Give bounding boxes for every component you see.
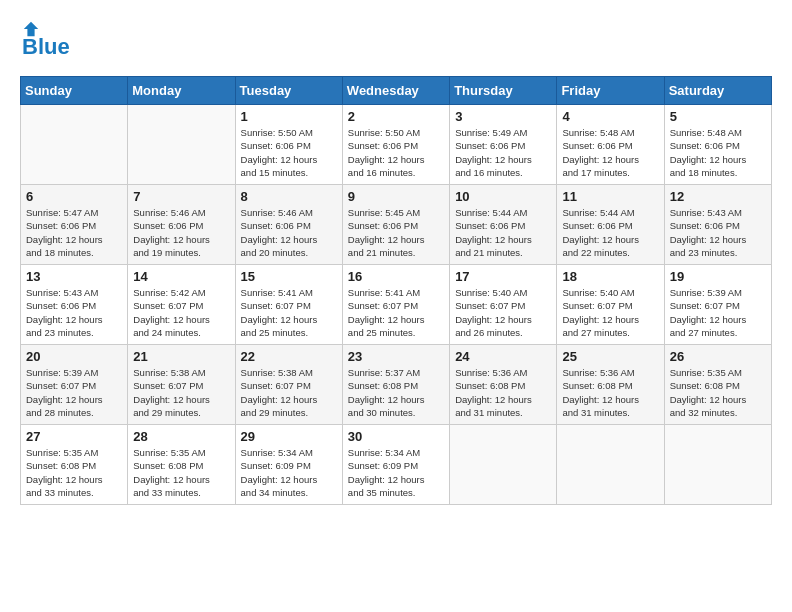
calendar-cell: 10Sunrise: 5:44 AM Sunset: 6:06 PM Dayli…	[450, 185, 557, 265]
day-number: 11	[562, 189, 658, 204]
day-number: 14	[133, 269, 229, 284]
day-info: Sunrise: 5:39 AM Sunset: 6:07 PM Dayligh…	[26, 366, 122, 419]
logo: Blue	[20, 20, 70, 60]
calendar-body: 1Sunrise: 5:50 AM Sunset: 6:06 PM Daylig…	[21, 105, 772, 505]
day-info: Sunrise: 5:38 AM Sunset: 6:07 PM Dayligh…	[133, 366, 229, 419]
day-info: Sunrise: 5:39 AM Sunset: 6:07 PM Dayligh…	[670, 286, 766, 339]
calendar-cell: 11Sunrise: 5:44 AM Sunset: 6:06 PM Dayli…	[557, 185, 664, 265]
day-info: Sunrise: 5:45 AM Sunset: 6:06 PM Dayligh…	[348, 206, 444, 259]
day-info: Sunrise: 5:43 AM Sunset: 6:06 PM Dayligh…	[26, 286, 122, 339]
logo-blue-text: Blue	[22, 34, 70, 60]
day-number: 9	[348, 189, 444, 204]
day-info: Sunrise: 5:48 AM Sunset: 6:06 PM Dayligh…	[670, 126, 766, 179]
day-number: 25	[562, 349, 658, 364]
day-number: 27	[26, 429, 122, 444]
calendar-cell	[557, 425, 664, 505]
calendar-cell: 22Sunrise: 5:38 AM Sunset: 6:07 PM Dayli…	[235, 345, 342, 425]
calendar-cell: 25Sunrise: 5:36 AM Sunset: 6:08 PM Dayli…	[557, 345, 664, 425]
day-number: 17	[455, 269, 551, 284]
calendar-cell: 14Sunrise: 5:42 AM Sunset: 6:07 PM Dayli…	[128, 265, 235, 345]
calendar-cell: 2Sunrise: 5:50 AM Sunset: 6:06 PM Daylig…	[342, 105, 449, 185]
calendar-cell: 15Sunrise: 5:41 AM Sunset: 6:07 PM Dayli…	[235, 265, 342, 345]
day-number: 8	[241, 189, 337, 204]
calendar-cell: 5Sunrise: 5:48 AM Sunset: 6:06 PM Daylig…	[664, 105, 771, 185]
day-number: 26	[670, 349, 766, 364]
day-info: Sunrise: 5:37 AM Sunset: 6:08 PM Dayligh…	[348, 366, 444, 419]
day-info: Sunrise: 5:34 AM Sunset: 6:09 PM Dayligh…	[241, 446, 337, 499]
calendar-cell: 30Sunrise: 5:34 AM Sunset: 6:09 PM Dayli…	[342, 425, 449, 505]
day-info: Sunrise: 5:43 AM Sunset: 6:06 PM Dayligh…	[670, 206, 766, 259]
calendar-cell: 9Sunrise: 5:45 AM Sunset: 6:06 PM Daylig…	[342, 185, 449, 265]
calendar-cell: 20Sunrise: 5:39 AM Sunset: 6:07 PM Dayli…	[21, 345, 128, 425]
calendar-cell	[450, 425, 557, 505]
day-info: Sunrise: 5:35 AM Sunset: 6:08 PM Dayligh…	[26, 446, 122, 499]
day-info: Sunrise: 5:50 AM Sunset: 6:06 PM Dayligh…	[241, 126, 337, 179]
calendar-cell: 1Sunrise: 5:50 AM Sunset: 6:06 PM Daylig…	[235, 105, 342, 185]
day-info: Sunrise: 5:40 AM Sunset: 6:07 PM Dayligh…	[562, 286, 658, 339]
day-info: Sunrise: 5:44 AM Sunset: 6:06 PM Dayligh…	[455, 206, 551, 259]
day-number: 19	[670, 269, 766, 284]
calendar-week-row: 1Sunrise: 5:50 AM Sunset: 6:06 PM Daylig…	[21, 105, 772, 185]
day-info: Sunrise: 5:41 AM Sunset: 6:07 PM Dayligh…	[348, 286, 444, 339]
day-info: Sunrise: 5:42 AM Sunset: 6:07 PM Dayligh…	[133, 286, 229, 339]
day-number: 23	[348, 349, 444, 364]
day-info: Sunrise: 5:35 AM Sunset: 6:08 PM Dayligh…	[670, 366, 766, 419]
day-number: 24	[455, 349, 551, 364]
day-info: Sunrise: 5:36 AM Sunset: 6:08 PM Dayligh…	[455, 366, 551, 419]
day-number: 2	[348, 109, 444, 124]
calendar-cell: 21Sunrise: 5:38 AM Sunset: 6:07 PM Dayli…	[128, 345, 235, 425]
calendar-day-header: Monday	[128, 77, 235, 105]
calendar-cell: 27Sunrise: 5:35 AM Sunset: 6:08 PM Dayli…	[21, 425, 128, 505]
calendar-cell	[128, 105, 235, 185]
page-header: Blue	[20, 20, 772, 60]
calendar-cell: 16Sunrise: 5:41 AM Sunset: 6:07 PM Dayli…	[342, 265, 449, 345]
calendar-day-header: Wednesday	[342, 77, 449, 105]
day-number: 15	[241, 269, 337, 284]
day-number: 18	[562, 269, 658, 284]
day-number: 20	[26, 349, 122, 364]
day-info: Sunrise: 5:35 AM Sunset: 6:08 PM Dayligh…	[133, 446, 229, 499]
day-number: 3	[455, 109, 551, 124]
calendar-cell: 13Sunrise: 5:43 AM Sunset: 6:06 PM Dayli…	[21, 265, 128, 345]
day-info: Sunrise: 5:50 AM Sunset: 6:06 PM Dayligh…	[348, 126, 444, 179]
calendar-cell	[21, 105, 128, 185]
calendar-day-header: Saturday	[664, 77, 771, 105]
day-number: 7	[133, 189, 229, 204]
day-info: Sunrise: 5:46 AM Sunset: 6:06 PM Dayligh…	[241, 206, 337, 259]
calendar-week-row: 13Sunrise: 5:43 AM Sunset: 6:06 PM Dayli…	[21, 265, 772, 345]
calendar-cell: 12Sunrise: 5:43 AM Sunset: 6:06 PM Dayli…	[664, 185, 771, 265]
day-number: 28	[133, 429, 229, 444]
day-info: Sunrise: 5:34 AM Sunset: 6:09 PM Dayligh…	[348, 446, 444, 499]
day-info: Sunrise: 5:41 AM Sunset: 6:07 PM Dayligh…	[241, 286, 337, 339]
calendar-cell	[664, 425, 771, 505]
day-info: Sunrise: 5:49 AM Sunset: 6:06 PM Dayligh…	[455, 126, 551, 179]
calendar-cell: 17Sunrise: 5:40 AM Sunset: 6:07 PM Dayli…	[450, 265, 557, 345]
calendar-cell: 26Sunrise: 5:35 AM Sunset: 6:08 PM Dayli…	[664, 345, 771, 425]
day-info: Sunrise: 5:36 AM Sunset: 6:08 PM Dayligh…	[562, 366, 658, 419]
day-number: 30	[348, 429, 444, 444]
calendar-cell: 29Sunrise: 5:34 AM Sunset: 6:09 PM Dayli…	[235, 425, 342, 505]
calendar-cell: 28Sunrise: 5:35 AM Sunset: 6:08 PM Dayli…	[128, 425, 235, 505]
calendar-cell: 6Sunrise: 5:47 AM Sunset: 6:06 PM Daylig…	[21, 185, 128, 265]
calendar-cell: 19Sunrise: 5:39 AM Sunset: 6:07 PM Dayli…	[664, 265, 771, 345]
calendar-day-header: Thursday	[450, 77, 557, 105]
calendar-day-header: Tuesday	[235, 77, 342, 105]
calendar-cell: 7Sunrise: 5:46 AM Sunset: 6:06 PM Daylig…	[128, 185, 235, 265]
day-number: 4	[562, 109, 658, 124]
day-number: 5	[670, 109, 766, 124]
day-info: Sunrise: 5:46 AM Sunset: 6:06 PM Dayligh…	[133, 206, 229, 259]
calendar-week-row: 27Sunrise: 5:35 AM Sunset: 6:08 PM Dayli…	[21, 425, 772, 505]
calendar-day-header: Friday	[557, 77, 664, 105]
day-info: Sunrise: 5:44 AM Sunset: 6:06 PM Dayligh…	[562, 206, 658, 259]
day-number: 10	[455, 189, 551, 204]
day-info: Sunrise: 5:47 AM Sunset: 6:06 PM Dayligh…	[26, 206, 122, 259]
calendar-table: SundayMondayTuesdayWednesdayThursdayFrid…	[20, 76, 772, 505]
day-number: 16	[348, 269, 444, 284]
day-number: 21	[133, 349, 229, 364]
day-number: 13	[26, 269, 122, 284]
day-info: Sunrise: 5:40 AM Sunset: 6:07 PM Dayligh…	[455, 286, 551, 339]
day-info: Sunrise: 5:48 AM Sunset: 6:06 PM Dayligh…	[562, 126, 658, 179]
calendar-day-header: Sunday	[21, 77, 128, 105]
day-number: 29	[241, 429, 337, 444]
calendar-cell: 4Sunrise: 5:48 AM Sunset: 6:06 PM Daylig…	[557, 105, 664, 185]
